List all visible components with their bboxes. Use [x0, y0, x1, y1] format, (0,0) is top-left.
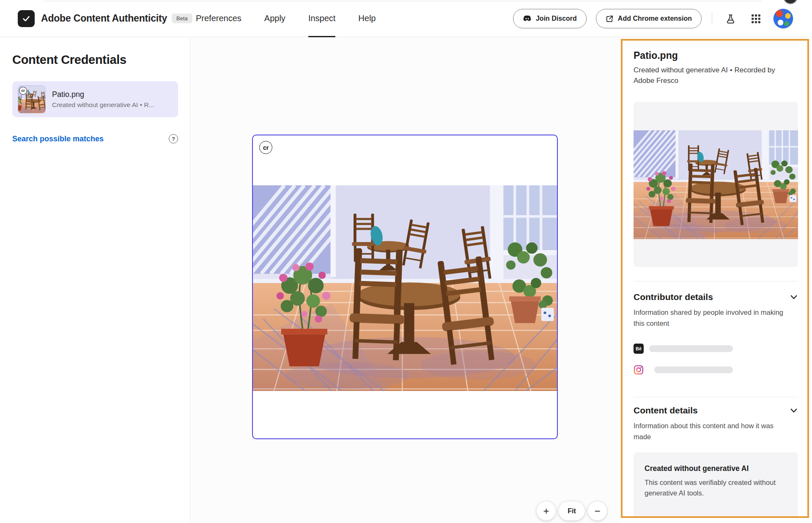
- zoom-fit-button[interactable]: Fit: [559, 501, 585, 520]
- zoom-controls: + Fit −: [537, 501, 607, 520]
- patio-artwork: [253, 185, 557, 391]
- instagram-icon[interactable]: [634, 365, 644, 375]
- discord-icon: [523, 15, 532, 22]
- no-generative-ai-card: Created without generative AI This conte…: [634, 452, 798, 518]
- content-details-description: Information about this content and how i…: [634, 421, 782, 442]
- instagram-link-row: [634, 365, 733, 375]
- credential-thumbnail: cr: [18, 85, 46, 113]
- app-root: Adobe Content Authenticity Beta Preferen…: [0, 0, 812, 523]
- details-subtitle: Created without generative AI • Recorded…: [634, 65, 785, 86]
- behance-link-row: Bē: [634, 344, 733, 354]
- details-image-preview: [634, 102, 798, 267]
- zoom-in-button[interactable]: +: [537, 501, 556, 520]
- behance-icon[interactable]: Bē: [634, 344, 644, 354]
- inspected-image-card[interactable]: cr: [252, 135, 558, 439]
- topbar-actions: Join Discord Add Chrome extension: [513, 0, 793, 37]
- nav-inspect[interactable]: Inspect: [308, 0, 335, 37]
- beta-badge: Beta: [172, 14, 192, 23]
- credential-list-item-patio[interactable]: cr Patio.png Created without generative …: [12, 81, 178, 117]
- credential-subtitle: Created without generative AI • R...: [52, 101, 154, 109]
- chevron-down-icon[interactable]: [790, 293, 798, 301]
- sidebar-title: Content Credentials: [12, 53, 178, 67]
- credential-text: Patio.png Created without generative AI …: [52, 90, 154, 109]
- brand: Adobe Content Authenticity Beta: [18, 10, 192, 27]
- chevron-down-icon[interactable]: [790, 406, 798, 415]
- no-generative-ai-card-title: Created without generative AI: [645, 464, 787, 473]
- details-file-name: Patio.png: [634, 50, 678, 61]
- zoom-out-button[interactable]: −: [588, 501, 607, 520]
- content-details-title: Content details: [634, 405, 698, 416]
- add-chrome-extension-label: Add Chrome extension: [618, 15, 692, 22]
- open-external-icon: [606, 15, 614, 23]
- nav-apply[interactable]: Apply: [264, 0, 285, 37]
- help-icon[interactable]: ?: [169, 134, 178, 143]
- section-divider: [634, 281, 798, 281]
- apps-grid-icon-button[interactable]: [748, 11, 764, 27]
- app-title: Adobe Content Authenticity: [41, 13, 167, 24]
- search-matches-row: Search possible matches ?: [12, 134, 178, 143]
- content-credentials-sidebar: Content Credentials cr Patio.png Created…: [0, 38, 190, 523]
- section-divider: [634, 397, 798, 397]
- add-chrome-extension-button[interactable]: Add Chrome extension: [596, 9, 702, 28]
- details-panel: Patio.png Created without generative AI …: [621, 39, 809, 518]
- content-details-header[interactable]: Content details: [634, 405, 798, 416]
- contributor-details-description: Information shared by people involved in…: [634, 307, 788, 329]
- no-generative-ai-card-body: This content was verifiably created with…: [645, 477, 784, 498]
- redacted-name-placeholder: [654, 366, 733, 373]
- search-possible-matches-link[interactable]: Search possible matches: [12, 135, 104, 143]
- join-discord-label: Join Discord: [536, 15, 577, 22]
- join-discord-button[interactable]: Join Discord: [513, 9, 587, 28]
- contributor-details-title: Contributor details: [634, 292, 713, 302]
- adobe-content-authenticity-logo-icon: [18, 10, 35, 27]
- cr-badge-icon[interactable]: cr: [259, 141, 272, 154]
- labs-beaker-icon-button[interactable]: [722, 11, 738, 27]
- credential-file-name: Patio.png: [52, 90, 154, 99]
- cr-badge-icon: cr: [19, 87, 27, 95]
- user-avatar[interactable]: [773, 8, 793, 29]
- nav-help[interactable]: Help: [358, 0, 376, 37]
- contributor-details-header[interactable]: Contributor details: [634, 292, 798, 302]
- top-nav-bar: Adobe Content Authenticity Beta Preferen…: [0, 0, 812, 37]
- redacted-name-placeholder: [649, 345, 733, 352]
- inspect-canvas: cr + Fit −: [191, 38, 621, 523]
- nav-preferences[interactable]: Preferences: [196, 0, 241, 37]
- primary-nav: Preferences Apply Inspect Help: [196, 0, 376, 37]
- topbar-divider: [712, 12, 712, 25]
